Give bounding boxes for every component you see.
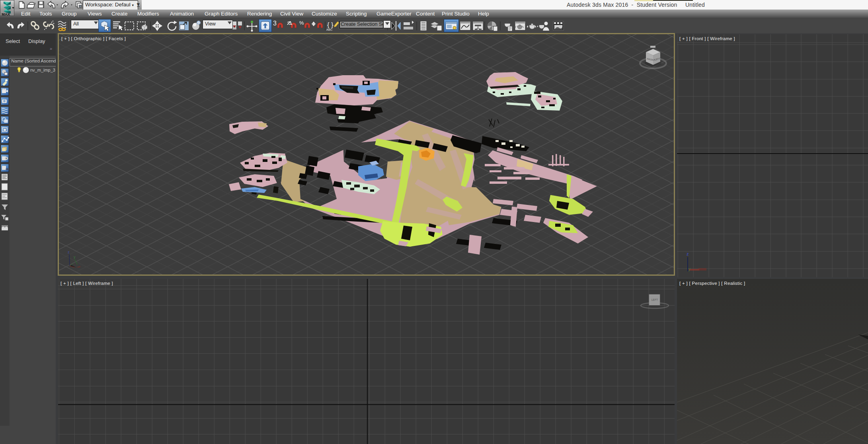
svg-text:nv_m_imp_3: nv_m_imp_3 — [30, 68, 55, 72]
svg-text:LEFT: LEFT — [651, 298, 658, 301]
svg-text:ABC: ABC — [326, 28, 333, 31]
svg-text:MAX: MAX — [2, 12, 10, 16]
svg-text:z: z — [687, 251, 689, 256]
svg-text:3: 3 — [273, 20, 277, 27]
svg-text:%: % — [299, 20, 304, 26]
